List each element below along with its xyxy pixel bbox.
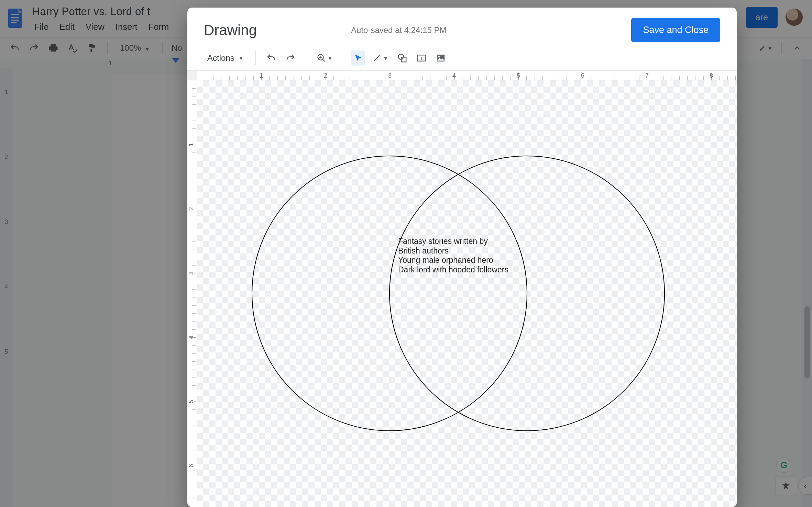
drawing-toolbar: Actions▼ ▼ ▼ T [187, 46, 737, 70]
shape-tool-icon[interactable] [395, 50, 409, 66]
autosave-status: Auto-saved at 4:24:15 PM [351, 25, 447, 35]
ruler-number: 8 [710, 72, 713, 79]
ruler-number: 2 [324, 72, 327, 79]
redo-icon[interactable] [283, 50, 298, 66]
undo-icon[interactable] [264, 50, 278, 66]
ruler-number: 6 [188, 464, 195, 467]
save-and-close-button[interactable]: Save and Close [631, 18, 720, 42]
ruler-number: 3 [188, 271, 195, 275]
ruler-number: 2 [188, 207, 195, 211]
svg-point-21 [438, 56, 440, 58]
venn-line: Dark lord with hooded followers [398, 265, 508, 275]
zoom-icon[interactable]: ▼ [315, 50, 335, 66]
vertical-ruler[interactable]: 123456 [187, 80, 197, 507]
horizontal-ruler[interactable]: 12345678 [197, 71, 737, 80]
drawing-canvas[interactable]: Fantasy stories written by British autho… [197, 80, 737, 507]
line-tool-icon[interactable]: ▼ [370, 50, 390, 66]
ruler-number: 4 [188, 336, 195, 339]
actions-menu[interactable]: Actions▼ [204, 50, 247, 66]
ruler-number: 5 [517, 72, 520, 79]
dialog-title: Drawing [204, 22, 257, 38]
ruler-corner [187, 71, 197, 80]
ruler-number: 4 [452, 72, 456, 79]
svg-line-15 [374, 55, 380, 61]
select-tool-icon[interactable] [351, 50, 365, 66]
venn-line: British authors [398, 246, 508, 256]
svg-rect-17 [402, 57, 406, 62]
image-tool-icon[interactable] [434, 50, 448, 66]
drawing-canvas-area: 12345678 123456 Fantasy stories written … [187, 70, 737, 507]
ruler-number: 1 [260, 72, 263, 79]
venn-intersection-text[interactable]: Fantasy stories written by British autho… [398, 237, 508, 274]
ruler-number: 7 [645, 72, 649, 79]
ruler-number: 5 [188, 400, 195, 403]
svg-text:T: T [420, 55, 423, 61]
textbox-tool-icon[interactable]: T [414, 50, 429, 66]
venn-line: Young male orphaned hero [398, 256, 508, 265]
svg-line-12 [322, 59, 325, 62]
dialog-header: Drawing Auto-saved at 4:24:15 PM Save an… [187, 8, 737, 46]
ruler-number: 6 [581, 72, 584, 79]
drawing-dialog: Drawing Auto-saved at 4:24:15 PM Save an… [187, 8, 737, 507]
venn-line: Fantasy stories written by [398, 237, 508, 246]
ruler-number: 1 [188, 143, 195, 146]
venn-diagram[interactable] [197, 80, 737, 493]
ruler-number: 3 [388, 72, 392, 79]
